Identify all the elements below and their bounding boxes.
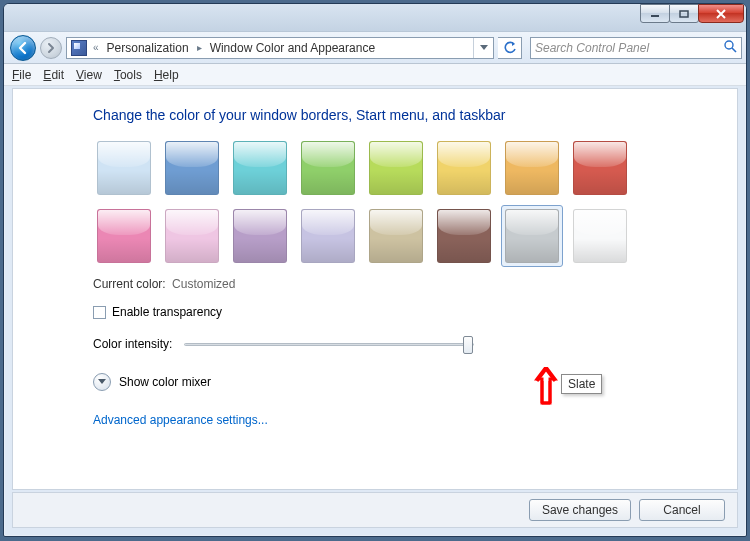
color-swatch-chocolate[interactable] (433, 205, 495, 267)
color-swatch-slate[interactable] (501, 205, 563, 267)
color-swatch-taupe[interactable] (365, 205, 427, 267)
footer-bar: Save changes Cancel (12, 492, 738, 528)
swatch-fill (437, 141, 491, 195)
swatch-fill (233, 209, 287, 263)
forward-button[interactable] (40, 37, 62, 59)
address-dropdown[interactable] (473, 38, 493, 58)
color-swatch-sea[interactable] (229, 137, 291, 199)
current-color-label: Current color: (93, 277, 166, 291)
mixer-label: Show color mixer (119, 375, 211, 389)
swatch-fill (165, 209, 219, 263)
content-pane: Change the color of your window borders,… (12, 88, 738, 490)
color-swatch-sun[interactable] (433, 137, 495, 199)
refresh-button[interactable] (498, 37, 522, 59)
menu-file[interactable]: File (12, 68, 31, 82)
address-bar[interactable]: « Personalization ▸ Window Color and App… (66, 37, 494, 59)
window-controls (641, 4, 744, 23)
transparency-label: Enable transparency (112, 305, 222, 319)
menu-view[interactable]: View (76, 68, 102, 82)
swatch-fill (301, 209, 355, 263)
swatch-fill (437, 209, 491, 263)
navigation-bar: « Personalization ▸ Window Color and App… (4, 32, 746, 64)
menu-bar: File Edit View Tools Help (4, 64, 746, 86)
menu-help[interactable]: Help (154, 68, 179, 82)
swatch-fill (369, 209, 423, 263)
back-button[interactable] (10, 35, 36, 61)
current-color-row: Current color: Customized (93, 277, 705, 291)
color-swatch-blush[interactable] (161, 205, 223, 267)
breadcrumb: « Personalization ▸ Window Color and App… (91, 39, 473, 57)
close-button[interactable] (698, 4, 744, 23)
swatch-fill (97, 209, 151, 263)
title-bar (4, 4, 746, 32)
color-swatch-violet[interactable] (229, 205, 291, 267)
color-swatch-lime[interactable] (365, 137, 427, 199)
swatch-fill (165, 141, 219, 195)
search-icon (723, 39, 737, 56)
maximize-button[interactable] (669, 4, 699, 23)
current-color-value: Customized (172, 277, 235, 291)
intensity-slider[interactable] (184, 343, 474, 346)
intensity-label: Color intensity: (93, 337, 172, 351)
swatch-fill (573, 141, 627, 195)
color-swatch-ruby[interactable] (569, 137, 631, 199)
color-swatch-lavender[interactable] (297, 205, 359, 267)
color-swatch-twilight[interactable] (161, 137, 223, 199)
menu-edit[interactable]: Edit (43, 68, 64, 82)
intensity-thumb[interactable] (463, 336, 473, 354)
minimize-button[interactable] (640, 4, 670, 23)
svg-rect-1 (680, 11, 688, 17)
transparency-row: Enable transparency (93, 305, 705, 319)
swatch-fill (97, 141, 151, 195)
color-swatch-sky[interactable] (93, 137, 155, 199)
color-swatch-frost[interactable] (569, 205, 631, 267)
swatch-fill (233, 141, 287, 195)
color-swatch-fuchsia[interactable] (93, 205, 155, 267)
mixer-row: Show color mixer (93, 373, 705, 391)
color-swatch-pumpkin[interactable] (501, 137, 563, 199)
breadcrumb-personalization[interactable]: Personalization (101, 39, 195, 57)
svg-rect-0 (651, 15, 659, 17)
expand-mixer-button[interactable] (93, 373, 111, 391)
breadcrumb-prefix: « (91, 42, 101, 53)
color-swatch-grid (93, 137, 653, 267)
swatch-fill (301, 141, 355, 195)
svg-line-3 (732, 48, 736, 52)
page-title: Change the color of your window borders,… (93, 107, 705, 123)
svg-point-2 (725, 41, 733, 49)
swatch-fill (573, 209, 627, 263)
save-button[interactable]: Save changes (529, 499, 631, 521)
window-frame: « Personalization ▸ Window Color and App… (3, 3, 747, 537)
cancel-button[interactable]: Cancel (639, 499, 725, 521)
advanced-settings-link[interactable]: Advanced appearance settings... (93, 413, 705, 427)
breadcrumb-current: Window Color and Appearance (204, 39, 381, 57)
chevron-right-icon: ▸ (195, 42, 204, 53)
color-swatch-leaf[interactable] (297, 137, 359, 199)
swatch-tooltip: Slate (561, 374, 602, 394)
menu-tools[interactable]: Tools (114, 68, 142, 82)
search-placeholder: Search Control Panel (535, 41, 649, 55)
transparency-checkbox[interactable] (93, 306, 106, 319)
swatch-fill (505, 209, 559, 263)
swatch-fill (369, 141, 423, 195)
control-panel-icon (71, 40, 87, 56)
intensity-row: Color intensity: (93, 337, 705, 351)
search-input[interactable]: Search Control Panel (530, 37, 742, 59)
swatch-fill (505, 141, 559, 195)
